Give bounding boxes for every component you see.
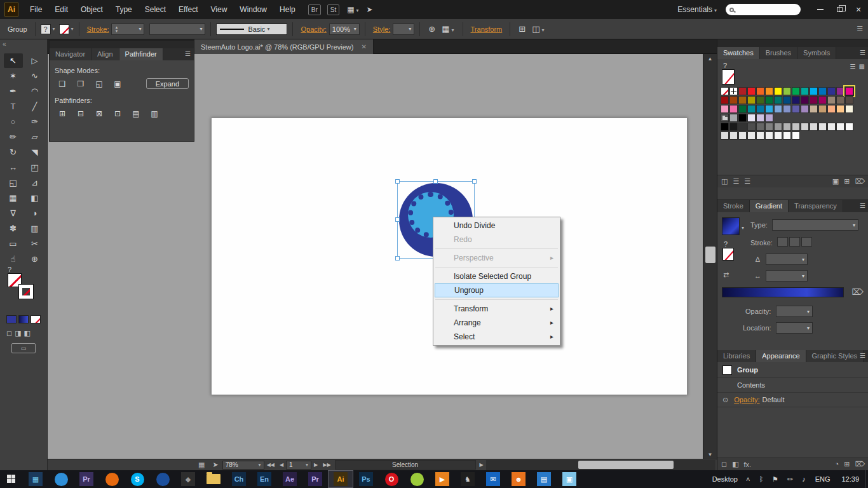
style-dropdown[interactable]: ▾ bbox=[393, 24, 414, 35]
color-swatch[interactable] bbox=[792, 96, 800, 104]
collapse-panel-icon[interactable]: « bbox=[3, 41, 6, 48]
menu-effect[interactable]: Effect bbox=[172, 0, 204, 19]
context-menu-item-arrange[interactable]: Arrange▸ bbox=[435, 316, 559, 330]
gradient-button[interactable] bbox=[18, 315, 29, 323]
context-menu-item-isolate-selected-group[interactable]: Isolate Selected Group bbox=[435, 269, 559, 283]
appearance-item-opacity[interactable]: ⊙ Opacity: Default bbox=[717, 393, 868, 407]
taskbar-app-dark2[interactable]: ♞ bbox=[455, 470, 480, 488]
gradient-slider[interactable] bbox=[722, 287, 844, 297]
pencil-tool[interactable]: ✏ bbox=[4, 130, 23, 144]
color-swatch[interactable] bbox=[747, 96, 756, 104]
globe-icon[interactable]: ⊕ bbox=[428, 24, 435, 34]
color-swatch[interactable] bbox=[738, 132, 747, 140]
slice-tool[interactable]: ✂ bbox=[25, 236, 44, 251]
color-button[interactable] bbox=[6, 315, 17, 323]
gpu-preview-icon[interactable]: ▦ bbox=[198, 461, 205, 469]
color-swatch[interactable] bbox=[774, 105, 782, 113]
stroke-gradient-within-icon[interactable] bbox=[777, 237, 788, 247]
color-swatch[interactable] bbox=[818, 105, 827, 113]
shape-mode-button-3[interactable]: ◱ bbox=[92, 78, 107, 89]
list-view-icon[interactable]: ☰ bbox=[850, 63, 856, 70]
color-swatch[interactable] bbox=[756, 123, 764, 131]
none-swatch[interactable] bbox=[721, 87, 729, 95]
tab-appearance[interactable]: Appearance bbox=[756, 350, 806, 362]
color-swatch[interactable] bbox=[765, 105, 773, 113]
search-box[interactable] bbox=[726, 4, 801, 15]
expand-button[interactable]: Expand bbox=[146, 78, 189, 89]
color-swatch[interactable] bbox=[845, 123, 853, 131]
color-swatch[interactable] bbox=[747, 114, 756, 122]
current-color-proxy[interactable] bbox=[722, 69, 735, 85]
selection-tool[interactable]: ↖ bbox=[4, 53, 23, 68]
draw-normal-icon[interactable]: ◻ bbox=[6, 329, 12, 337]
tab-graphic-styles[interactable]: Graphic Styles bbox=[806, 350, 864, 362]
gradient-location-field[interactable]: ▾ bbox=[776, 322, 813, 334]
delete-swatch-icon[interactable]: ⌦ bbox=[855, 177, 865, 186]
menu-window[interactable]: Window bbox=[233, 0, 273, 19]
draw-inside-icon[interactable]: ◧ bbox=[24, 329, 31, 337]
stroke-proxy-swatch[interactable] bbox=[19, 285, 33, 299]
variable-width-profile-dropdown[interactable]: ▾ bbox=[149, 24, 205, 35]
document-close-icon[interactable]: ✕ bbox=[361, 43, 366, 50]
color-swatch[interactable] bbox=[836, 87, 844, 95]
rotate-tool[interactable]: ↻ bbox=[4, 145, 23, 159]
clear-appearance-icon[interactable]: ◔ bbox=[835, 460, 839, 468]
taskbar-app-illustrator[interactable]: Ai bbox=[328, 470, 353, 488]
grid-view-icon[interactable]: ▦ bbox=[859, 63, 865, 70]
tab-gradient[interactable]: Gradient bbox=[750, 200, 789, 212]
opacity-link[interactable]: Opacity: bbox=[301, 25, 326, 33]
desktop-toolbar-label[interactable]: Desktop bbox=[712, 475, 738, 483]
zoom-tool[interactable]: ⊕ bbox=[25, 252, 44, 266]
color-swatch[interactable] bbox=[729, 105, 738, 113]
minimize-button[interactable] bbox=[811, 0, 830, 19]
document-setup-dropdown[interactable]: ▦▾ bbox=[442, 24, 454, 34]
color-swatch[interactable] bbox=[765, 132, 773, 140]
delete-item-icon[interactable]: ⌦ bbox=[855, 460, 865, 468]
artboard-tool[interactable]: ▭ bbox=[4, 236, 23, 251]
color-swatch[interactable] bbox=[783, 132, 791, 140]
color-swatch[interactable] bbox=[756, 96, 764, 104]
paintbrush-tool[interactable]: ✑ bbox=[25, 114, 44, 129]
color-swatch[interactable] bbox=[774, 87, 782, 95]
color-swatch[interactable] bbox=[729, 132, 738, 140]
pen-tool[interactable]: ✒ bbox=[4, 84, 23, 98]
color-swatch[interactable] bbox=[729, 96, 738, 104]
context-menu-item-undo-divide[interactable]: Undo Divide bbox=[435, 219, 559, 233]
menu-view[interactable]: View bbox=[205, 0, 234, 19]
scroll-down-icon[interactable]: ▼ bbox=[703, 450, 717, 459]
selection-handle[interactable] bbox=[395, 256, 400, 261]
color-swatch[interactable] bbox=[729, 123, 738, 131]
menu-file[interactable]: File bbox=[24, 0, 48, 19]
stock-button[interactable]: St bbox=[327, 4, 339, 15]
pathfinder-button-2[interactable]: ⊟ bbox=[73, 108, 88, 119]
color-swatch[interactable] bbox=[818, 123, 827, 131]
previous-artboard-icon[interactable]: ◀ bbox=[280, 462, 283, 468]
caret-down-icon[interactable]: ▾ bbox=[742, 225, 744, 231]
gradient-thumbnail[interactable] bbox=[722, 217, 740, 235]
tab-brushes[interactable]: Brushes bbox=[760, 47, 797, 59]
stroke-gradient-along-icon[interactable] bbox=[789, 237, 800, 247]
ellipse-tool[interactable]: ○ bbox=[4, 114, 23, 129]
color-swatch[interactable] bbox=[792, 132, 800, 140]
color-swatch[interactable] bbox=[818, 87, 827, 95]
color-swatch[interactable] bbox=[801, 105, 809, 113]
last-artboard-icon[interactable]: ▶▶ bbox=[323, 462, 330, 468]
vertical-scroll-thumb[interactable] bbox=[705, 247, 715, 263]
taskbar-app-premiere-clip[interactable]: Pr bbox=[74, 470, 99, 488]
panel-menu-icon[interactable]: ☰ bbox=[860, 49, 865, 56]
group-swatch[interactable] bbox=[721, 114, 729, 122]
close-button[interactable]: ✕ bbox=[849, 0, 868, 19]
tab-symbols[interactable]: Symbols bbox=[797, 47, 836, 59]
menu-select[interactable]: Select bbox=[139, 0, 172, 19]
symbol-sprayer-tool[interactable]: ✽ bbox=[4, 221, 23, 236]
context-menu-item-transform[interactable]: Transform▸ bbox=[435, 302, 559, 316]
taskbar-app-dark[interactable]: ◆ bbox=[175, 470, 201, 488]
color-swatch[interactable] bbox=[738, 105, 747, 113]
color-swatch[interactable] bbox=[827, 96, 836, 104]
scale-tool[interactable]: ◥ bbox=[25, 145, 44, 159]
pathfinder-button-4[interactable]: ⊡ bbox=[110, 108, 125, 119]
color-swatch[interactable] bbox=[738, 96, 747, 104]
new-color-group-icon[interactable]: ▣ bbox=[832, 177, 839, 186]
control-panel-menu-icon[interactable]: ☰ bbox=[857, 25, 863, 33]
appearance-item-group[interactable]: Group bbox=[717, 362, 868, 378]
